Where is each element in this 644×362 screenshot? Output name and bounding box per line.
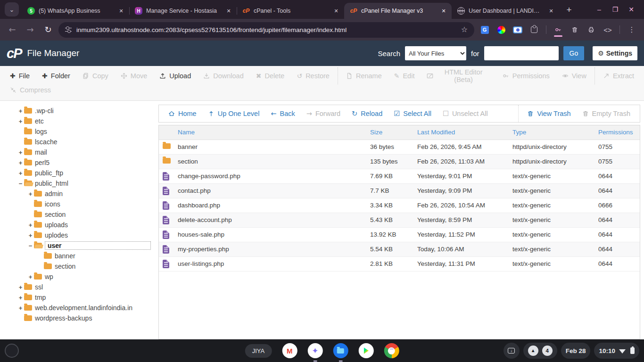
nav-back-button[interactable]: ←Back	[265, 110, 300, 117]
tree-item-label[interactable]: mail	[35, 148, 47, 156]
tree-item-user[interactable]: −user	[0, 240, 158, 251]
tree-item-label[interactable]: .wp-cli	[35, 107, 54, 115]
column-header-permissions[interactable]: Permissions	[594, 125, 640, 140]
table-row[interactable]: dashboard.php3.34 KBFeb 26, 2026, 10:54 …	[159, 198, 640, 213]
expand-plus-icon[interactable]: +	[17, 304, 24, 312]
tree-item-section[interactable]: section	[0, 209, 158, 220]
date-pill[interactable]: Feb 28	[561, 343, 591, 359]
browser-tab[interactable]: User Dashboard | LANDINFO✕	[452, 3, 559, 19]
tree-item-label[interactable]: user	[45, 241, 151, 250]
tree-item-label[interactable]: public_ftp	[35, 169, 63, 177]
browser-tab[interactable]: cPcPanel - Tools✕	[237, 3, 344, 19]
tree-item-label[interactable]: web.development.landinfoindia.in	[35, 304, 132, 312]
expand-plus-icon[interactable]: +	[27, 232, 34, 239]
account-pill[interactable]: JIYA	[245, 344, 272, 358]
column-header-name[interactable]: Name	[174, 125, 366, 140]
tree-item-logs[interactable]: logs	[0, 126, 158, 137]
code-icon[interactable]: <>	[603, 24, 612, 35]
tree-item-uplodes[interactable]: +uplodes	[0, 230, 158, 240]
tree-item-label[interactable]: logs	[35, 128, 47, 135]
tree-item-wp[interactable]: +wp	[0, 272, 158, 282]
translate-icon[interactable]: G	[480, 24, 489, 35]
notifications-pill[interactable]: ▴ 4	[523, 343, 557, 359]
close-tab-icon[interactable]: ✕	[547, 7, 555, 15]
tab-search-icon[interactable]: ⌄	[5, 2, 19, 16]
tree-item-label[interactable]: uplodes	[45, 231, 68, 239]
expand-plus-icon[interactable]: +	[17, 284, 24, 291]
settings-button[interactable]: ⚙Settings	[593, 46, 637, 60]
tree-item-mail[interactable]: +mail	[0, 147, 158, 157]
tree-item-label[interactable]: uploads	[45, 221, 68, 229]
tree-item-wordpress-backups[interactable]: wordpress-backups	[0, 313, 158, 323]
file-name[interactable]: dashboard.php	[174, 198, 366, 213]
expand-plus-icon[interactable]: +	[17, 149, 24, 156]
go-button[interactable]: Go	[563, 46, 585, 60]
close-tab-icon[interactable]: ✕	[117, 7, 125, 15]
column-header-size[interactable]: Size	[366, 125, 413, 140]
tree-item-label[interactable]: etc	[35, 117, 44, 125]
tree-item-banner[interactable]: banner	[0, 251, 158, 261]
table-row[interactable]: user-listings.php2.81 KBYesterday, 11:31…	[159, 256, 640, 271]
launcher-icon[interactable]	[5, 344, 19, 358]
files-icon[interactable]	[333, 343, 348, 358]
expand-plus-icon[interactable]: +	[17, 294, 24, 301]
collapse-minus-icon[interactable]: −	[17, 180, 24, 187]
tree-item-label[interactable]: icons	[45, 200, 60, 208]
tree-item-admin[interactable]: +admin	[0, 189, 158, 199]
table-row[interactable]: delete-account.php5.43 KBYesterday, 8:59…	[159, 213, 640, 227]
tree-item-perl5[interactable]: +perl5	[0, 157, 158, 168]
new-tab-button[interactable]: +	[562, 3, 576, 17]
tree-item-label[interactable]: wp	[45, 273, 53, 280]
expand-plus-icon[interactable]: +	[27, 222, 34, 229]
table-row[interactable]: change-password.php7.69 KBYesterday, 9:0…	[159, 169, 640, 183]
column-header-last-modified[interactable]: Last Modified	[413, 125, 509, 140]
gmail-icon[interactable]: M	[282, 343, 297, 358]
tree-item-ssl[interactable]: +ssl	[0, 282, 158, 292]
screen-record-icon[interactable]	[513, 24, 522, 35]
expand-plus-icon[interactable]: +	[27, 190, 34, 197]
nav-view-trash-button[interactable]: View Trash	[521, 110, 576, 117]
color-wheel-icon[interactable]	[496, 24, 506, 35]
tree-item-public-html[interactable]: −public_html	[0, 178, 158, 189]
browser-back-icon[interactable]: ←	[5, 22, 20, 37]
table-row[interactable]: banner36 bytesFeb 26, 2026, 9:45 AMhttpd…	[159, 140, 640, 154]
tree-item-uploads[interactable]: +uploads	[0, 220, 158, 230]
tree-item-label[interactable]: banner	[55, 252, 75, 260]
tree-item-label[interactable]: perl5	[35, 159, 50, 166]
nav-up-one-level-button[interactable]: Up One Level	[202, 110, 265, 117]
tree-item-section[interactable]: section	[0, 261, 158, 272]
close-tab-icon[interactable]: ✕	[224, 7, 233, 15]
expand-plus-icon[interactable]: +	[17, 118, 24, 125]
close-tab-icon[interactable]: ✕	[332, 7, 340, 15]
expand-plus-icon[interactable]: +	[17, 107, 24, 115]
file-name[interactable]: delete-account.php	[174, 213, 366, 227]
tree-item-web-development-landinfoindia-in[interactable]: +web.development.landinfoindia.in	[0, 303, 158, 313]
browser-tab[interactable]: 5(5) WhatsApp Business✕	[22, 3, 129, 19]
nav-reload-button[interactable]: ↻Reload	[346, 110, 388, 117]
screen-share-icon[interactable]: ↓	[504, 343, 520, 359]
toolbar-upload-button[interactable]: Upload	[153, 72, 197, 80]
tree-item-lscache[interactable]: lscache	[0, 137, 158, 147]
browser-forward-icon[interactable]: →	[23, 22, 38, 37]
tree-item-label[interactable]: public_html	[35, 180, 68, 187]
expand-plus-icon[interactable]: +	[27, 273, 34, 280]
tree-item-etc[interactable]: +etc	[0, 116, 158, 126]
trash-icon[interactable]	[570, 24, 579, 35]
tree-item-label[interactable]: ssl	[35, 283, 43, 291]
file-name[interactable]: section	[174, 154, 366, 169]
bookmark-star-icon[interactable]: ☆	[461, 26, 468, 33]
file-name[interactable]: houses-sale.php	[174, 227, 366, 242]
nav-select-all-button[interactable]: ☑Select All	[388, 110, 437, 117]
nav-home-button[interactable]: Home	[163, 110, 202, 117]
password-key-icon[interactable]	[553, 24, 563, 35]
print-icon[interactable]	[586, 24, 596, 35]
tree-item-label[interactable]: wordpress-backups	[35, 314, 92, 322]
close-window-icon[interactable]: ✕	[624, 3, 638, 16]
tree-item-public-ftp[interactable]: +public_ftp	[0, 168, 158, 178]
chrome-icon[interactable]	[384, 343, 399, 358]
url-text[interactable]: inmum2309.ultrahostnode.com:2083/cpsess5…	[76, 26, 456, 33]
file-name[interactable]: change-password.php	[174, 169, 366, 183]
tree-item-label[interactable]: admin	[45, 190, 63, 197]
column-header-type[interactable]: Type	[509, 125, 594, 140]
tree-item-tmp[interactable]: +tmp	[0, 292, 158, 303]
